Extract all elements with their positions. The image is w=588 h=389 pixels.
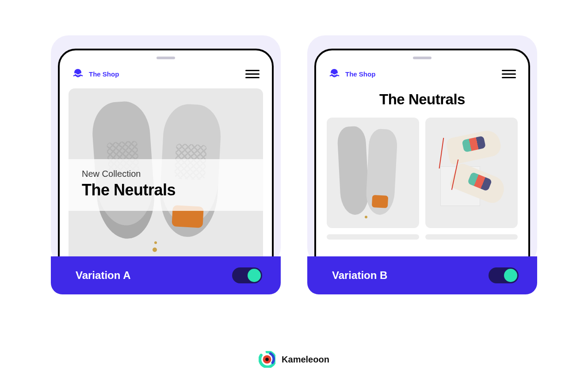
app-header: The Shop: [60, 65, 272, 88]
phone-frame-b: The Shop The Neutrals: [307, 35, 537, 265]
product-caption-row: [316, 228, 528, 240]
brand-name: The Shop: [345, 70, 375, 78]
footer-brand-name: Kameleoon: [282, 355, 329, 365]
variation-a-toggle[interactable]: [232, 267, 262, 283]
kameleoon-logo-icon: [259, 351, 275, 368]
product-grid: [316, 118, 528, 228]
phone-notch: [157, 57, 175, 59]
variation-a-label: Variation A: [76, 269, 130, 282]
toggle-knob: [504, 269, 517, 282]
brand[interactable]: The Shop: [72, 68, 119, 80]
variation-b-label: Variation B: [332, 269, 387, 282]
panel-variation-b: The Shop The Neutrals: [307, 35, 537, 283]
hero-title: The Neutrals: [82, 181, 250, 199]
hero-banner[interactable]: New Collection The Neutrals: [69, 88, 263, 265]
phone-notch: [413, 57, 431, 59]
caption-placeholder: [327, 234, 419, 240]
svg-point-3: [265, 358, 269, 361]
hamburger-menu-icon[interactable]: [502, 70, 516, 78]
product-tile-1[interactable]: [327, 118, 419, 228]
brand[interactable]: The Shop: [328, 68, 375, 80]
brand-logo-icon: [72, 68, 84, 80]
footer-brand: Kameleoon: [0, 351, 588, 368]
app-header: The Shop: [316, 65, 528, 88]
variation-label-bar-b: Variation B: [307, 256, 537, 294]
comparison-container: The Shop New Collection The Neutrals: [0, 0, 588, 283]
hero-subtitle: New Collection: [82, 169, 250, 179]
panel-variation-a: The Shop New Collection The Neutrals: [51, 35, 281, 283]
phone-screen-b: The Shop The Neutrals: [314, 49, 530, 265]
variation-b-toggle[interactable]: [489, 267, 519, 283]
variation-label-bar-a: Variation A: [51, 256, 281, 294]
hero-text-overlay: New Collection The Neutrals: [69, 159, 263, 211]
collection-title: The Neutrals: [316, 88, 528, 118]
caption-placeholder: [425, 234, 518, 240]
phone-frame-a: The Shop New Collection The Neutrals: [51, 35, 281, 265]
product-tile-2[interactable]: [425, 118, 518, 228]
hamburger-menu-icon[interactable]: [245, 70, 260, 78]
phone-screen-a: The Shop New Collection The Neutrals: [58, 49, 274, 265]
brand-name: The Shop: [89, 70, 119, 78]
toggle-knob: [248, 269, 261, 282]
brand-logo-icon: [328, 68, 340, 80]
